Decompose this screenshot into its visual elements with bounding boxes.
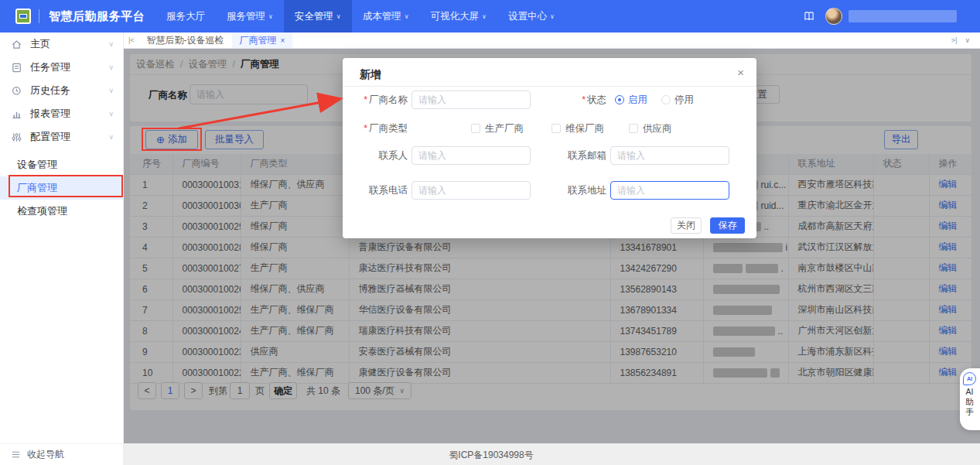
- table-row: 4000300010028维保厂商普康医疗设备有限公司13341678901i武…: [130, 237, 971, 258]
- vendor-name-input[interactable]: [411, 91, 531, 109]
- page-size-select[interactable]: 100 条/页∨: [348, 382, 411, 399]
- user-avatar[interactable]: [825, 8, 842, 25]
- type-maintenance-checkbox[interactable]: 维保厂商: [551, 122, 604, 135]
- config-icon: [11, 132, 22, 143]
- edit-link[interactable]: 编辑: [939, 221, 958, 231]
- action-cell: 编辑: [929, 195, 971, 216]
- type-manufacturer-checkbox[interactable]: 生产厂商: [471, 122, 524, 135]
- edit-link[interactable]: 编辑: [939, 241, 958, 252]
- table-cell: 5: [130, 258, 172, 279]
- edit-link[interactable]: 编辑: [939, 179, 958, 190]
- export-button[interactable]: 导出: [884, 130, 918, 149]
- column-header: 厂商类型: [241, 154, 349, 174]
- table-cell: 生产厂商: [241, 258, 349, 279]
- goto-page-input[interactable]: [230, 382, 250, 399]
- table-cell: 维保厂商、供应商: [241, 174, 349, 195]
- menu-item[interactable]: 安全管理∨: [284, 0, 352, 32]
- ai-assistant-button[interactable]: AI AI助手: [960, 368, 980, 430]
- goto-confirm-button[interactable]: 确定: [269, 382, 297, 399]
- tab-close-icon[interactable]: ×: [281, 36, 285, 45]
- tab-bar: |< 智慧后勤-设备巡检 厂商管理 × >| ∨: [124, 32, 980, 49]
- status-disabled-radio[interactable]: 停用: [661, 94, 694, 107]
- next-page-button[interactable]: >: [184, 382, 203, 399]
- vendor-name-filter-input[interactable]: [190, 84, 308, 104]
- collapse-icon: [11, 450, 21, 460]
- email-cell-redacted: [703, 362, 788, 383]
- edit-link[interactable]: 编辑: [939, 283, 958, 294]
- sidebar-subitem[interactable]: 设备管理: [0, 153, 123, 176]
- batch-import-button[interactable]: 批量导入: [205, 130, 264, 149]
- redaction-box: [770, 368, 780, 378]
- sidebar-subitem[interactable]: 检查项管理: [0, 200, 123, 223]
- table-cell: 000300010022: [172, 362, 241, 383]
- prev-page-button[interactable]: <: [138, 382, 156, 399]
- menu-item[interactable]: 服务大厅: [155, 0, 216, 32]
- edit-link[interactable]: 编辑: [939, 304, 958, 315]
- menu-item[interactable]: 可视化大屏∨: [420, 0, 497, 32]
- sidebar-item-tasks[interactable]: 任务管理∨: [0, 56, 123, 79]
- modal-title: 新增: [360, 68, 381, 82]
- ai-assistant-label: 助: [963, 397, 976, 407]
- breadcrumb-device-inspection[interactable]: 设备巡检: [136, 58, 175, 71]
- edit-link[interactable]: 编辑: [939, 200, 958, 210]
- tab-vendor-management[interactable]: 厂商管理 ×: [232, 32, 293, 48]
- action-cell: 编辑: [929, 299, 971, 320]
- ai-assistant-label: 手: [963, 407, 976, 417]
- handbook-icon[interactable]: [802, 10, 816, 22]
- collapse-nav-button[interactable]: 收起导航: [0, 443, 123, 465]
- column-header: 操作: [929, 154, 971, 174]
- status-label: *状态: [558, 94, 606, 107]
- address-cell: 西安市雁塔区科技路...: [788, 174, 873, 195]
- status-cell: 启用: [873, 362, 929, 383]
- modal-close-button[interactable]: 关闭: [671, 217, 702, 234]
- sidebar: 主页∨任务管理∨历史任务∨报表管理∨配置管理∨ 设备管理厂商管理检查项管理 收起…: [0, 32, 124, 465]
- sidebar-item-history[interactable]: 历史任务∨: [0, 79, 123, 102]
- edit-link[interactable]: 编辑: [939, 367, 958, 378]
- table-cell: 13856234891: [610, 362, 703, 383]
- action-cell: 编辑: [929, 237, 971, 258]
- address-cell: 杭州市西湖区文三路...: [788, 279, 873, 299]
- modal-close-icon[interactable]: ×: [737, 66, 744, 79]
- page-1-button[interactable]: 1: [161, 382, 179, 399]
- ai-assistant-label: AI: [963, 387, 976, 397]
- status-cell: 启用: [873, 195, 929, 216]
- contact-phone-input[interactable]: [411, 181, 531, 200]
- redaction-box: [713, 264, 743, 273]
- tab-scroll-left-icon[interactable]: |<: [124, 36, 139, 44]
- add-button[interactable]: ⊕添加: [145, 130, 198, 149]
- contact-address-input[interactable]: [610, 181, 729, 200]
- column-header: 序号: [130, 154, 172, 174]
- sidebar-subitem[interactable]: 厂商管理: [0, 176, 123, 200]
- status-cell: 启用: [873, 216, 929, 237]
- breadcrumb-vendor-management: 厂商管理: [241, 58, 279, 71]
- type-supplier-checkbox[interactable]: 供应商: [629, 122, 672, 135]
- tab-device-inspection[interactable]: 智慧后勤-设备巡检: [139, 34, 232, 47]
- tab-menu-caret-icon[interactable]: ∨: [961, 36, 974, 44]
- table-cell: 1: [130, 174, 172, 195]
- sidebar-item-report[interactable]: 报表管理∨: [0, 102, 123, 125]
- table-cell: 10: [130, 362, 172, 383]
- breadcrumb-device-management[interactable]: 设备管理: [188, 58, 227, 71]
- modal-save-button[interactable]: 保存: [710, 217, 745, 234]
- username-redacted[interactable]: [849, 10, 957, 22]
- tab-scroll-right-icon[interactable]: >|: [948, 36, 961, 44]
- edit-link[interactable]: 编辑: [939, 325, 958, 336]
- table-cell: 000300010024: [172, 320, 241, 341]
- email-cell-redacted: [703, 299, 788, 320]
- contact-email-input[interactable]: [610, 146, 729, 165]
- edit-link[interactable]: 编辑: [939, 262, 958, 273]
- edit-link[interactable]: 编辑: [939, 346, 958, 357]
- status-enabled-radio[interactable]: 启用: [615, 94, 647, 107]
- menu-item[interactable]: 设置中心∨: [497, 0, 565, 32]
- action-cell: 编辑: [929, 279, 971, 299]
- redaction-box: [713, 327, 775, 336]
- chevron-down-icon: ∨: [108, 87, 114, 94]
- menu-item[interactable]: 服务管理∨: [216, 0, 284, 32]
- divider: [343, 86, 756, 87]
- contact-person-input[interactable]: [411, 146, 531, 165]
- action-cell: 编辑: [929, 341, 971, 362]
- sidebar-item-config[interactable]: 配置管理∨: [0, 125, 123, 149]
- menu-item[interactable]: 成本管理∨: [352, 0, 420, 32]
- table-row: 6000300010026维保厂商、供应商博雅医疗器械有限公司135628901…: [130, 279, 971, 299]
- sidebar-item-home[interactable]: 主页∨: [0, 32, 123, 56]
